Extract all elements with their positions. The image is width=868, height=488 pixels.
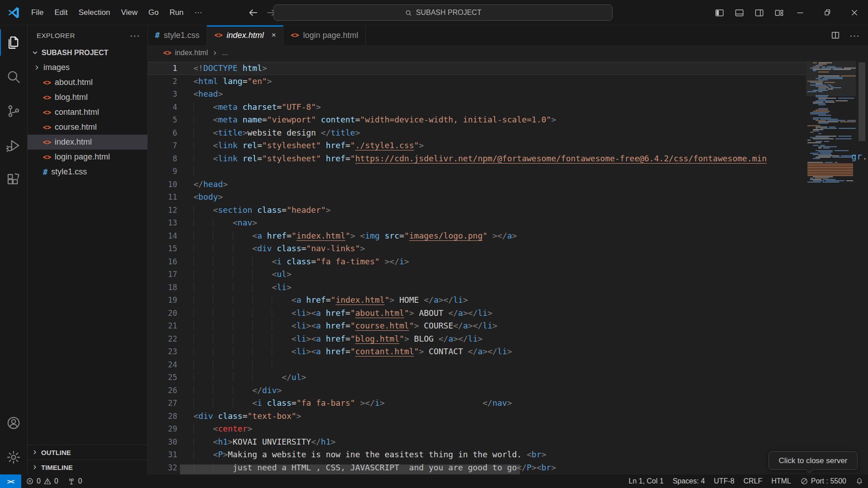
status-crlf[interactable]: CRLF xyxy=(739,474,767,488)
vertical-scrollbar-slider[interactable] xyxy=(859,62,865,141)
file-blog.html[interactable]: <>blog.html xyxy=(28,90,147,105)
code-line-16[interactable]: 16 <i class="fa fa-times" ></i> xyxy=(148,255,806,268)
code-editor[interactable]: 1<!DOCTYPE html>2<html lang="en">3<head>… xyxy=(148,61,868,474)
code-line-24[interactable]: 24 xyxy=(148,358,806,371)
line-number: 5 xyxy=(148,113,177,127)
breadcrumb[interactable]: <> index.html ... xyxy=(148,45,868,61)
activity-extensions[interactable] xyxy=(0,163,27,197)
history-nav xyxy=(247,7,277,19)
menu-selection[interactable]: Selection xyxy=(73,5,116,21)
code-line-14[interactable]: 14 <a href="index.html"> <img src="image… xyxy=(148,230,806,243)
close-tab-icon[interactable]: × xyxy=(271,31,276,40)
workspace-root-folder[interactable]: SUBASH PROJECT xyxy=(28,45,147,60)
code-line-15[interactable]: 15 <div class="nav-links"> xyxy=(148,242,806,255)
menu-overflow[interactable]: ··· xyxy=(189,5,208,21)
code-line-10[interactable]: 10</head> xyxy=(148,178,806,191)
file-label: about.html xyxy=(55,78,93,87)
section-timeline[interactable]: TIMELINE xyxy=(28,460,147,474)
restore-button[interactable] xyxy=(814,0,841,25)
code-line-21[interactable]: 21 <li><a href="course.html"> COURSE</a>… xyxy=(148,319,806,333)
window-controls xyxy=(787,0,868,25)
minimize-button[interactable] xyxy=(787,0,814,25)
code-line-28[interactable]: 28<div class="text-box"> xyxy=(148,410,806,423)
file-style1.css[interactable]: #style1.css xyxy=(28,164,147,179)
code-line-19[interactable]: 19 <a href="index.html"> HOME </a></li> xyxy=(148,294,806,307)
code-line-8[interactable]: 8 <link rel="stylesheet" href="https://c… xyxy=(148,152,806,165)
toggle-secondary-sidebar-icon[interactable] xyxy=(754,8,764,18)
file-course.html[interactable]: <>course.html xyxy=(28,120,147,135)
activity-account[interactable] xyxy=(0,406,27,440)
menu-view[interactable]: View xyxy=(116,5,143,21)
customize-layout-icon[interactable] xyxy=(774,8,784,18)
code-line-22[interactable]: 22 <li><a href="blog.html"> BLOG </a></l… xyxy=(148,333,806,346)
code-line-20[interactable]: 20 <li><a href="about.html"> ABOUT </a><… xyxy=(148,307,806,320)
status-html[interactable]: HTML xyxy=(767,474,796,488)
tab-style1.css[interactable]: #style1.css xyxy=(148,25,207,45)
line-number: 9 xyxy=(148,165,177,178)
toggle-panel-icon[interactable] xyxy=(734,8,745,18)
close-button[interactable] xyxy=(841,0,868,25)
activity-source-control[interactable] xyxy=(0,94,27,128)
activity-bar xyxy=(0,25,28,474)
menu-file[interactable]: File xyxy=(26,5,49,21)
code-line-30[interactable]: 30 <h1>KOVAI UNVIERSITY</h1> xyxy=(148,436,806,449)
status-utf-8[interactable]: UTF-8 xyxy=(709,474,739,488)
code-line-18[interactable]: 18 <li> xyxy=(148,281,806,294)
file-login-page.html[interactable]: <>login page.html xyxy=(28,150,147,164)
code-line-23[interactable]: 23 <li><a href="contant.html"> CONTACT <… xyxy=(148,345,806,358)
code-line-3[interactable]: 3<head> xyxy=(148,88,806,101)
code-line-26[interactable]: 26 </div> xyxy=(148,384,806,397)
menu-go[interactable]: Go xyxy=(143,5,164,21)
code-line-1[interactable]: 1<!DOCTYPE html> xyxy=(148,62,806,75)
horizontal-scrollbar-slider[interactable] xyxy=(180,465,520,474)
code-line-9[interactable]: 9 xyxy=(148,165,806,178)
code-line-31[interactable]: 31 <P>Making a website is now ine the ea… xyxy=(148,448,806,461)
status-bell[interactable] xyxy=(851,474,868,488)
tab-login-page.html[interactable]: <>login page.html xyxy=(283,25,366,45)
tab-index.html[interactable]: <>index.html× xyxy=(207,25,283,45)
section-outline[interactable]: OUTLINE xyxy=(28,445,147,460)
minimap[interactable] xyxy=(806,61,856,474)
status-port-5500[interactable]: Port : 5500 xyxy=(796,474,851,488)
file-images[interactable]: images xyxy=(28,60,147,75)
activity-explorer[interactable] xyxy=(0,25,27,60)
remote-indicator[interactable]: >< xyxy=(0,474,21,488)
html-file-icon: <> xyxy=(291,31,299,39)
activity-run-debug[interactable] xyxy=(0,128,27,163)
warning-count: 0 xyxy=(54,477,58,485)
back-arrow-icon[interactable] xyxy=(247,7,259,19)
code-line-7[interactable]: 7 <link rel="stylesheet" href="./style1.… xyxy=(148,139,806,152)
command-center-search[interactable]: SUBASH PROJECT xyxy=(274,5,613,21)
code-line-27[interactable]: 27 <i class="fa fa-bars" ></i> </nav> xyxy=(148,397,806,410)
status-ln-1-col-1[interactable]: Ln 1, Col 1 xyxy=(624,474,668,488)
code-line-4[interactable]: 4 <meta charset="UTF-8"> xyxy=(148,101,806,114)
toggle-sidebar-icon[interactable] xyxy=(714,8,725,18)
minimap-slider[interactable] xyxy=(806,61,856,96)
code-line-25[interactable]: 25 </ul> xyxy=(148,371,806,384)
code-line-17[interactable]: 17 <ul> xyxy=(148,268,806,281)
problems-indicator[interactable]: 0 0 xyxy=(21,474,63,488)
menu-edit[interactable]: Edit xyxy=(49,5,73,21)
line-content: </ul> xyxy=(193,371,306,384)
code-line-29[interactable]: 29 <center> xyxy=(148,422,806,436)
code-line-6[interactable]: 6 <title>website design </title> xyxy=(148,127,806,140)
vertical-scrollbar[interactable] xyxy=(856,61,868,474)
file-index.html[interactable]: <>index.html xyxy=(28,135,147,150)
menu-run[interactable]: Run xyxy=(164,5,189,21)
extensions-icon xyxy=(6,172,21,188)
explorer-actions-icon[interactable]: ··· xyxy=(130,30,140,41)
split-editor-button[interactable] xyxy=(830,30,840,40)
status-spaces-4[interactable]: Spaces: 4 xyxy=(668,474,709,488)
line-content: <li><a href="blog.html"> BLOG </a></li> xyxy=(193,333,483,346)
activity-settings[interactable] xyxy=(0,440,27,474)
code-line-12[interactable]: 12 <section class="header"> xyxy=(148,204,806,217)
file-about.html[interactable]: <>about.html xyxy=(28,75,147,90)
code-line-13[interactable]: 13 <nav> xyxy=(148,216,806,230)
file-contant.html[interactable]: <>contant.html xyxy=(28,105,147,120)
code-line-5[interactable]: 5 <meta name="viewport" content="width=d… xyxy=(148,113,806,127)
ports-indicator[interactable]: 0 xyxy=(63,474,87,488)
activity-search[interactable] xyxy=(0,60,27,94)
code-line-11[interactable]: 11<body> xyxy=(148,191,806,204)
code-line-2[interactable]: 2<html lang="en"> xyxy=(148,75,806,88)
editor-more-actions[interactable]: ··· xyxy=(849,30,860,41)
